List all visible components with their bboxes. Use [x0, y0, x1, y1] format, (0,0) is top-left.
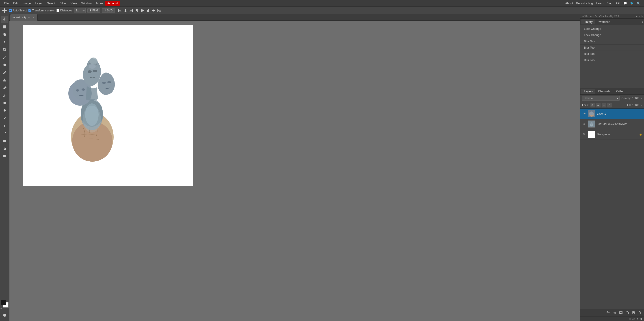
history-item[interactable]: Blur Tool: [580, 44, 644, 51]
about-link[interactable]: About: [565, 1, 573, 5]
inf-label[interactable]: Inf: [582, 15, 584, 18]
move-tool-button[interactable]: [1, 16, 8, 23]
collapse-left-btn[interactable]: «: [636, 15, 638, 18]
new-layer-button[interactable]: [631, 310, 636, 315]
link-layers-button[interactable]: [606, 310, 611, 315]
cha-label[interactable]: Cha: [599, 15, 604, 18]
lock-position-button[interactable]: [602, 103, 606, 107]
new-group-button[interactable]: [625, 310, 630, 315]
history-item[interactable]: Lock Change: [580, 32, 644, 38]
background-visibility-icon[interactable]: 👁: [582, 132, 586, 136]
add-mask-button[interactable]: [618, 310, 624, 315]
pro-label[interactable]: Pro: [585, 15, 589, 18]
eraser-tool-button[interactable]: [1, 84, 8, 91]
lock-image-pixels-button[interactable]: [596, 103, 600, 107]
align-top-edges-button[interactable]: [134, 8, 139, 13]
export-svg-button[interactable]: ⬇ SVG: [102, 8, 114, 13]
auto-select-checkbox[interactable]: [9, 9, 12, 12]
menu-view[interactable]: View: [68, 1, 79, 6]
distances-checkbox[interactable]: [56, 9, 60, 12]
layer-item-13c1[interactable]: 👁 13c1OeE3GGjI5XmyAwn: [580, 119, 644, 129]
healing-brush-button[interactable]: [1, 61, 8, 68]
layer-item-layer1[interactable]: 👁 Layer 1: [580, 109, 644, 119]
api-link[interactable]: API: [616, 1, 620, 5]
dodge-tool-button[interactable]: [1, 107, 8, 114]
align-bottom-edges-button[interactable]: [146, 8, 150, 13]
pen-tool-button[interactable]: [1, 115, 8, 122]
selection-tool-button[interactable]: [1, 23, 8, 30]
bru-label[interactable]: Bru: [594, 15, 598, 18]
opacity-arrow[interactable]: ▼: [640, 97, 642, 100]
layer1-visibility-icon[interactable]: 👁: [582, 112, 586, 115]
learn-link[interactable]: Learn: [596, 1, 604, 5]
add-effect-button[interactable]: fx: [612, 310, 617, 315]
tab-close-button[interactable]: ×: [32, 16, 35, 19]
history-item[interactable]: Blur Tool: [580, 51, 644, 57]
delete-layer-button[interactable]: [637, 310, 642, 315]
blend-mode-select[interactable]: Normal Multiply Screen Overlay: [582, 96, 620, 101]
clone-stamp-button[interactable]: [1, 76, 8, 84]
shape-tool-button[interactable]: [1, 137, 8, 145]
blog-link[interactable]: Blog: [606, 1, 612, 5]
act-label[interactable]: Act: [590, 15, 594, 18]
tab-channels[interactable]: Channels: [596, 89, 613, 94]
tab-history[interactable]: History: [581, 19, 595, 24]
history-item[interactable]: Lock Change: [580, 26, 644, 32]
tab-layers[interactable]: Layers: [581, 89, 596, 94]
export-png-button[interactable]: ⬇ PNG: [88, 8, 100, 13]
lasso-tool-button[interactable]: [1, 31, 8, 38]
path-selection-button[interactable]: [1, 130, 8, 137]
eyedropper-button[interactable]: [1, 54, 8, 61]
swap-colors-icon[interactable]: ⇄: [0, 308, 2, 310]
foreground-color[interactable]: [1, 300, 6, 305]
moon-icon[interactable]: ◑: [640, 318, 642, 320]
menu-layer[interactable]: Layer: [33, 1, 45, 6]
lock-all-button[interactable]: [607, 103, 612, 107]
sun-icon[interactable]: ☀: [636, 318, 638, 320]
menu-more[interactable]: More: [94, 1, 105, 6]
twitter-icon[interactable]: 🐦: [630, 1, 634, 5]
hand-tool-button[interactable]: [1, 145, 8, 152]
history-item[interactable]: Blur Tool: [580, 38, 644, 44]
css-label[interactable]: CSS: [614, 15, 619, 18]
brush-tool-button[interactable]: [1, 69, 8, 76]
transform-each-button[interactable]: [157, 8, 162, 13]
tab-swatches[interactable]: Swatches: [595, 19, 612, 24]
opacity-value[interactable]: 100%: [632, 97, 639, 100]
zoom-tool-button[interactable]: [1, 153, 8, 160]
13c1-visibility-icon[interactable]: 👁: [582, 122, 586, 126]
tab-paths[interactable]: Paths: [613, 89, 626, 94]
canvas-wrapper[interactable]: [10, 20, 580, 321]
history-panel-collapse-btn[interactable]: ›: [642, 20, 643, 23]
collapse-right-btn[interactable]: »: [638, 15, 640, 18]
blur-tool-button[interactable]: [1, 99, 8, 107]
report-bug-link[interactable]: Report a bug: [576, 1, 593, 5]
chain-icon[interactable]: ⛓: [628, 318, 631, 320]
document-tab[interactable]: monstrosity.psd ×: [10, 14, 38, 20]
magic-wand-button[interactable]: [1, 38, 8, 46]
type-tool-button[interactable]: T: [1, 122, 8, 129]
align-center-v-button[interactable]: [140, 8, 145, 13]
menu-window[interactable]: Window: [79, 1, 94, 6]
crop-tool-button[interactable]: [1, 46, 8, 53]
par-label[interactable]: Par: [605, 15, 608, 18]
align-right-edges-button[interactable]: [128, 8, 134, 13]
layer-item-background[interactable]: 👁 Background 🔒: [580, 129, 644, 139]
search-icon[interactable]: 🔍: [637, 1, 640, 5]
lock-transparent-button[interactable]: [590, 103, 595, 107]
align-center-h-button[interactable]: [123, 8, 128, 13]
menu-edit[interactable]: Edit: [11, 1, 20, 6]
zoom-dropdown[interactable]: 1x 2x 0.5x: [74, 8, 86, 13]
menu-select[interactable]: Select: [45, 1, 57, 6]
fill-arrow[interactable]: ▼: [640, 104, 642, 107]
menu-image[interactable]: Image: [20, 1, 33, 6]
reddit-icon[interactable]: 💬: [624, 1, 627, 5]
distribute-left-button[interactable]: [151, 8, 156, 13]
menu-filter[interactable]: Filter: [57, 1, 68, 6]
paint-bucket-button[interactable]: [1, 92, 8, 99]
transform-controls-checkbox[interactable]: [28, 9, 31, 12]
quick-mask-button[interactable]: [1, 312, 8, 319]
gly-label[interactable]: Gly: [610, 15, 613, 18]
menu-file[interactable]: File: [2, 1, 11, 6]
align-left-edges-button[interactable]: [118, 8, 122, 13]
